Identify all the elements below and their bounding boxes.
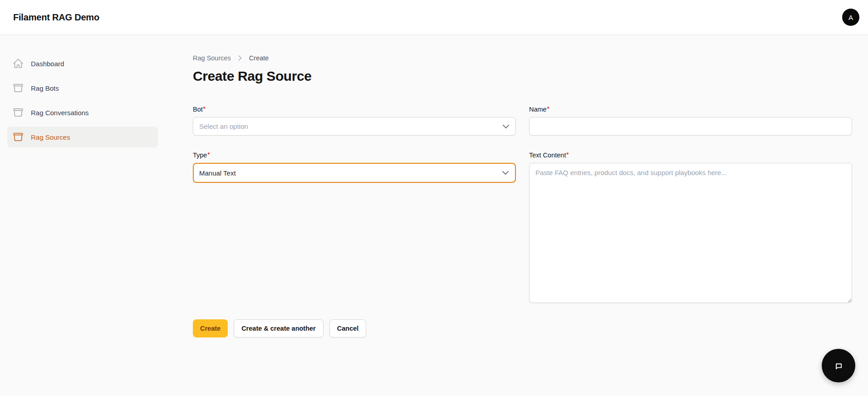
user-avatar[interactable]: A xyxy=(842,9,859,26)
page-title: Create Rag Source xyxy=(193,68,852,84)
cancel-button[interactable]: Cancel xyxy=(329,319,367,337)
type-field: Type* Manual Text xyxy=(193,152,516,305)
chat-widget-button[interactable] xyxy=(822,349,855,382)
text-content-label: Text Content* xyxy=(529,152,852,159)
sidebar-item-rag-sources[interactable]: Rag Sources xyxy=(7,127,158,147)
archive-box-icon xyxy=(13,132,24,142)
required-asterisk: * xyxy=(207,152,210,158)
create-and-create-another-button[interactable]: Create & create another xyxy=(234,319,324,337)
sidebar-item-rag-bots[interactable]: Rag Bots xyxy=(7,78,158,98)
sidebar-item-label: Dashboard xyxy=(31,60,64,68)
required-asterisk: * xyxy=(547,106,549,112)
sidebar-item-label: Rag Sources xyxy=(31,133,70,141)
topbar: Filament RAG Demo A xyxy=(0,0,868,35)
sidebar-item-dashboard[interactable]: Dashboard xyxy=(7,53,158,74)
breadcrumb: Rag Sources Create xyxy=(193,54,852,62)
archive-box-icon xyxy=(13,83,24,93)
bot-select-placeholder: Select an option xyxy=(199,122,248,130)
sidebar-item-label: Rag Conversations xyxy=(31,109,89,117)
chat-bubble-icon xyxy=(832,359,845,372)
type-label: Type* xyxy=(193,152,516,159)
form-actions: Create Create & create another Cancel xyxy=(193,319,852,337)
breadcrumb-item-create: Create xyxy=(249,54,269,62)
content-shell: Dashboard Rag Bots Rag Conversations xyxy=(0,35,868,396)
breadcrumb-item-rag-sources[interactable]: Rag Sources xyxy=(193,54,231,62)
bot-field: Bot* Select an option xyxy=(193,106,516,136)
sidebar: Dashboard Rag Bots Rag Conversations xyxy=(0,35,166,396)
main-content: Rag Sources Create Create Rag Source Bot… xyxy=(166,35,868,396)
name-label: Name* xyxy=(529,106,852,113)
required-asterisk: * xyxy=(203,106,206,112)
bot-label: Bot* xyxy=(193,106,516,113)
chevron-down-icon xyxy=(501,122,510,131)
create-form: Bot* Select an option Name* xyxy=(193,106,852,305)
type-select-value: Manual Text xyxy=(199,169,236,177)
archive-box-icon xyxy=(13,107,24,118)
text-content-textarea[interactable] xyxy=(529,163,852,303)
name-field: Name* xyxy=(529,106,852,136)
required-asterisk: * xyxy=(566,152,569,158)
name-input[interactable] xyxy=(529,117,852,136)
bot-select[interactable]: Select an option xyxy=(193,117,516,136)
avatar-initial: A xyxy=(848,14,853,21)
sidebar-item-label: Rag Bots xyxy=(31,84,59,92)
chevron-down-icon xyxy=(501,168,510,177)
text-content-field: Text Content* xyxy=(529,152,852,305)
sidebar-item-rag-conversations[interactable]: Rag Conversations xyxy=(7,102,158,123)
chevron-right-icon xyxy=(236,54,244,62)
home-icon xyxy=(13,58,24,69)
type-select[interactable]: Manual Text xyxy=(193,163,516,183)
create-button[interactable]: Create xyxy=(193,319,228,337)
app-title: Filament RAG Demo xyxy=(13,12,99,23)
